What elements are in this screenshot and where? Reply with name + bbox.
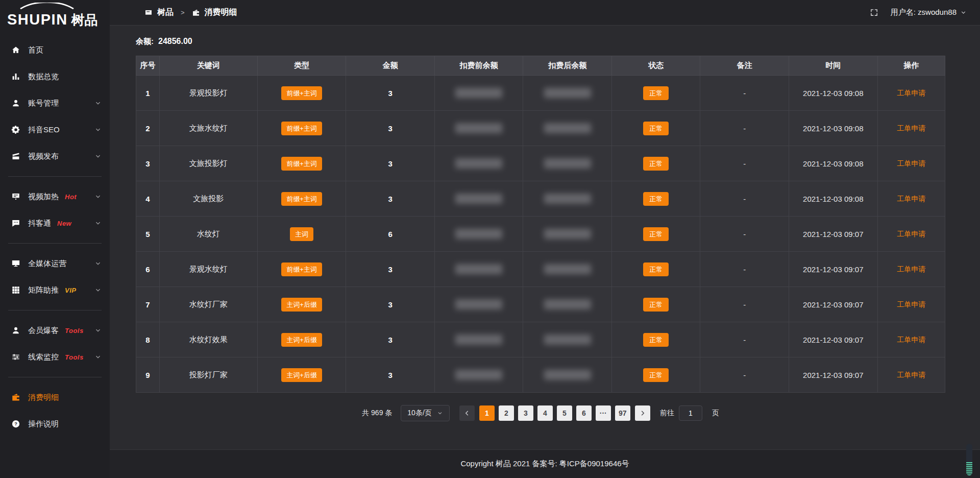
page-button-97[interactable]: 97 [615,405,630,421]
cell-remark: - [700,111,789,146]
chat-icon [11,219,20,228]
chevron-down-icon [94,327,102,334]
cell-time: 2021-12-03 09:08 [789,181,878,217]
cell-keyword: 水纹灯效果 [159,322,257,357]
sidebar-item-label: 视频加热 [28,192,59,202]
question-icon: ? [11,419,20,428]
sidebar-item-label: 抖客通 [28,219,51,228]
work-order-link[interactable]: 工单申请 [897,230,925,238]
cell-amount: 3 [346,357,435,393]
goto-label: 前往 [660,409,674,418]
type-tag: 主词+后缀 [281,368,322,382]
sidebar-item-video-heating[interactable]: 视频加热 Hot [0,183,110,210]
redacted-balance-after [544,299,591,309]
work-order-link[interactable]: 工单申请 [897,195,925,203]
cell-amount: 3 [346,287,435,322]
billboard-icon [11,192,20,201]
cell-remark: - [700,322,789,357]
fullscreen-icon[interactable] [870,8,878,17]
redacted-balance-after [544,123,591,133]
sidebar-item-video-publish[interactable]: 视频发布 [0,143,110,170]
redacted-balance-before [455,158,502,169]
cell-keyword: 文旅投影 [159,181,257,217]
main-area: 树品 > 消费明细 用户名: zswodun88 余额: 24856.00 [110,0,980,478]
page-size-value: 10条/页 [407,409,431,418]
cell-amount: 3 [346,252,435,287]
cell-balance-after [523,111,612,146]
page-size-select[interactable]: 10条/页 [401,405,449,421]
sidebar-item-matrix-boost[interactable]: 矩阵助推 VIP [0,277,110,303]
cell-time: 2021-12-03 09:07 [789,322,878,357]
page-button-5[interactable]: 5 [557,405,572,421]
work-order-link[interactable]: 工单申请 [897,159,925,168]
work-order-link[interactable]: 工单申请 [897,89,925,97]
work-order-link[interactable]: 工单申请 [897,265,925,273]
page-button-6[interactable]: 6 [576,405,592,421]
sidebar-nav: 首页 数据总览 账号管理 抖音SEO 视频发布 视频加热 Hot 抖客通 New… [0,31,110,437]
sidebar-item-label: 全媒体运营 [28,259,66,269]
page-button-1[interactable]: 1 [479,405,495,421]
page-button-4[interactable]: 4 [537,405,553,421]
redacted-balance-before [455,123,502,133]
cell-remark: - [700,252,789,287]
column-header-2: 类型 [257,56,346,76]
logo-text-cn: 树品 [71,11,98,29]
arrow-right-icon [639,410,646,417]
cell-balance-before [434,146,523,181]
sidebar-item-label: 首页 [28,45,43,55]
cell-time: 2021-12-03 09:07 [789,287,878,322]
cell-time: 2021-12-03 09:07 [789,217,878,252]
wallet-icon [11,393,20,402]
breadcrumb-page[interactable]: 消费明细 [205,7,237,18]
next-page-button[interactable] [635,405,650,421]
cell-keyword: 文旅投影灯 [159,146,257,181]
breadcrumb: 树品 > 消费明细 [144,7,237,18]
cell-amount: 3 [346,146,435,181]
sidebar-item-douyin-seo[interactable]: 抖音SEO [0,116,110,143]
cell-index: 9 [136,357,160,393]
prev-page-button[interactable] [459,405,475,421]
sidebar-item-operation-guide[interactable]: ? 操作说明 [0,411,110,437]
sidebar-item-home[interactable]: 首页 [0,37,110,63]
page-button-3[interactable]: 3 [518,405,533,421]
sidebar-item-member-baoke[interactable]: 会员爆客 Tools [0,317,110,344]
work-order-link[interactable]: 工单申请 [897,336,925,344]
cell-status: 正常 [611,217,700,252]
cell-balance-before [434,76,523,111]
cell-time: 2021-12-03 09:07 [789,357,878,393]
sidebar-item-label: 操作说明 [28,419,59,429]
user-menu[interactable]: 用户名: zswodun88 [891,8,967,17]
work-order-link[interactable]: 工单申请 [897,124,925,132]
cell-status: 正常 [611,252,700,287]
sidebar-item-consumption-detail[interactable]: 消费明细 [0,384,110,411]
sidebar-item-media-operation[interactable]: 全媒体运营 [0,250,110,277]
app-window: SHUPIN 树品 首页 数据总览 账号管理 抖音SEO 视频发布 视频加热 H… [0,0,980,478]
scroll-widget[interactable] [966,444,972,475]
cell-amount: 3 [346,76,435,111]
page-button-2[interactable]: 2 [499,405,514,421]
goto-page-input[interactable] [679,405,702,421]
column-header-0: 序号 [136,56,160,76]
cell-remark: - [700,357,789,393]
chevron-down-icon [94,126,102,133]
balance-label: 余额: [136,37,154,46]
sidebar-item-account-management[interactable]: 账号管理 [0,90,110,116]
cell-keyword: 水纹灯厂家 [159,287,257,322]
status-tag: 正常 [643,368,669,382]
sidebar-item-clue-monitor[interactable]: 线索监控 Tools [0,344,110,370]
sidebar-item-doukotong[interactable]: 抖客通 New [0,210,110,236]
cell-balance-after [523,252,612,287]
cell-amount: 3 [346,322,435,357]
page-ellipsis-button[interactable]: ··· [596,405,611,421]
footer: Copyright 树品 2021 备案号: 粤ICP备09019646号 [110,449,980,478]
sidebar-item-data-overview[interactable]: 数据总览 [0,63,110,90]
work-order-link[interactable]: 工单申请 [897,371,925,379]
cell-index: 5 [136,217,160,252]
sidebar-item-label: 会员爆客 [28,326,59,336]
breadcrumb-app[interactable]: 树品 [157,7,174,18]
cell-keyword: 景观水纹灯 [159,252,257,287]
work-order-link[interactable]: 工单申请 [897,300,925,308]
pagination: 共 969 条 10条/页 123456···97 前往 页 [136,405,945,421]
cell-status: 正常 [611,181,700,217]
cell-action: 工单申请 [877,322,945,357]
